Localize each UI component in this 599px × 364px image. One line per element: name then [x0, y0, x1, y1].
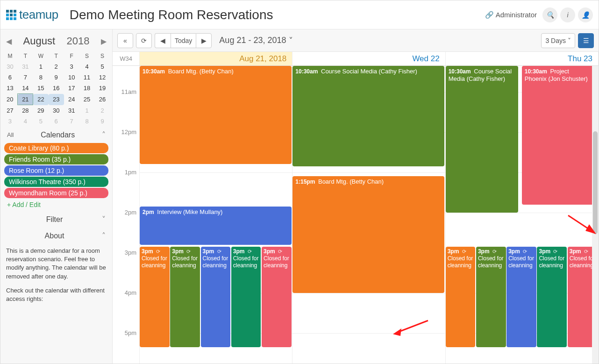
today-button[interactable]: Today: [171, 33, 196, 48]
calendars-header[interactable]: All Calendars ˄: [2, 127, 110, 143]
day-header-0[interactable]: Aug 21, 2018: [140, 52, 292, 65]
mini-day[interactable]: 7: [64, 116, 79, 127]
mini-month[interactable]: August: [23, 35, 56, 47]
scrollbar[interactable]: [592, 66, 599, 364]
mini-day[interactable]: 24: [64, 94, 79, 105]
filter-header[interactable]: Filter ˅: [2, 211, 110, 228]
view-picker[interactable]: 3 Days ˅: [541, 33, 575, 48]
calendar-chip[interactable]: Rose Room (12 p.): [4, 165, 108, 176]
mini-day[interactable]: 17: [64, 83, 79, 94]
date-range-picker[interactable]: Aug 21 - 23, 2018 ˅: [219, 36, 293, 46]
mini-day[interactable]: 23: [49, 94, 64, 105]
mini-day[interactable]: 3: [64, 61, 79, 72]
mini-day[interactable]: 18: [79, 83, 95, 94]
mini-dow: T: [49, 51, 64, 61]
mini-day[interactable]: 16: [49, 83, 64, 94]
event[interactable]: 3pm ⟳ Closed for cleanning: [140, 247, 170, 347]
event[interactable]: 3pm ⟳ Closed for cleanning: [476, 247, 506, 347]
event[interactable]: 3pm ⟳ Closed for cleanning: [170, 247, 200, 347]
day-header-2[interactable]: Thu 23: [446, 52, 599, 65]
calendar-chip[interactable]: Friends Room (35 p.): [4, 154, 108, 164]
mini-day[interactable]: 1: [33, 61, 49, 72]
event[interactable]: 1:15pm Board Mtg. (Betty Chan): [292, 176, 444, 293]
mini-day[interactable]: 29: [33, 105, 49, 116]
event[interactable]: 3pm ⟳ Closed for cleanning: [262, 247, 292, 347]
mini-day[interactable]: 10: [64, 72, 79, 83]
mini-day[interactable]: 6: [2, 72, 18, 83]
menu-button[interactable]: ☰: [578, 33, 594, 48]
event[interactable]: 3pm ⟳ Closed for cleanning: [506, 247, 536, 347]
mini-next[interactable]: ▶: [101, 37, 107, 46]
day-column-1[interactable]: 10:30am Course Social Media (Cathy Fishe…: [292, 66, 445, 364]
mini-day[interactable]: 7: [18, 72, 33, 83]
mini-day[interactable]: 9: [95, 116, 110, 127]
calendar-chip[interactable]: Wilkinson Theatre (350 p.): [4, 177, 108, 187]
mini-day[interactable]: 21: [18, 94, 33, 105]
mini-day[interactable]: 3: [2, 116, 18, 127]
mini-day[interactable]: 19: [95, 83, 110, 94]
about-header[interactable]: About ˄: [2, 228, 110, 244]
search-button[interactable]: 🔍: [542, 7, 557, 22]
event[interactable]: 10:30am Course Social Media (Cathy Fishe…: [446, 66, 518, 213]
event[interactable]: 3pm ⟳ Closed for cleanning: [446, 247, 476, 347]
mini-day[interactable]: 30: [49, 105, 64, 116]
info-button[interactable]: i: [560, 7, 575, 22]
calendar-chip[interactable]: Coate Library (80 p.): [4, 143, 108, 153]
add-edit-link[interactable]: + Add / Edit: [2, 198, 110, 211]
calendar-chip[interactable]: Wymondham Room (25 p.): [4, 188, 108, 198]
refresh-button[interactable]: ⟳: [136, 33, 152, 48]
mini-day[interactable]: 11: [79, 72, 95, 83]
next-range-button[interactable]: ▶: [196, 33, 212, 48]
chevron-down-icon: ˅: [568, 37, 571, 44]
event[interactable]: 10:30am Course Social Media (Cathy Fishe…: [292, 66, 444, 166]
mini-day[interactable]: 31: [64, 105, 79, 116]
logo-icon: [6, 10, 16, 20]
logo[interactable]: teamup: [6, 7, 58, 22]
mini-day[interactable]: 9: [49, 72, 64, 83]
prev-range-button[interactable]: ◀: [155, 33, 171, 48]
mini-year[interactable]: 2018: [67, 35, 90, 47]
mini-day[interactable]: 1: [79, 105, 95, 116]
mini-day[interactable]: 5: [95, 61, 110, 72]
mini-day[interactable]: 2: [95, 105, 110, 116]
toolbar: « ⟳ ◀ Today ▶ Aug 21 - 23, 2018 ˅ 3 Days…: [113, 29, 599, 52]
mini-day[interactable]: 4: [79, 61, 95, 72]
day-column-0[interactable]: 10:30am Board Mtg. (Betty Chan)2pm Inter…: [140, 66, 292, 364]
mini-day[interactable]: 14: [18, 83, 33, 94]
day-header-1[interactable]: Wed 22: [292, 52, 445, 65]
event[interactable]: 3pm ⟳ Closed for cleanning: [231, 247, 261, 347]
mini-day[interactable]: 6: [49, 116, 64, 127]
mini-day[interactable]: 25: [79, 94, 95, 105]
mini-day[interactable]: 22: [33, 94, 49, 105]
mini-day[interactable]: 12: [95, 72, 110, 83]
mini-dow: W: [33, 51, 49, 61]
mini-day[interactable]: 31: [18, 61, 33, 72]
scrollbar-thumb[interactable]: [593, 131, 598, 234]
mini-day[interactable]: 30: [2, 61, 18, 72]
mini-day[interactable]: 20: [2, 94, 18, 105]
user-button[interactable]: 👤: [578, 7, 593, 22]
mini-day[interactable]: 5: [33, 116, 49, 127]
mini-day[interactable]: 4: [18, 116, 33, 127]
day-column-2[interactable]: 10:30am Course Social Media (Cathy Fishe…: [446, 66, 599, 364]
mini-prev[interactable]: ◀: [6, 37, 12, 46]
event[interactable]: 3pm ⟳ Closed for cleanning: [537, 247, 567, 347]
mini-day[interactable]: 27: [2, 105, 18, 116]
mini-day[interactable]: 13: [2, 83, 18, 94]
event[interactable]: 10:30am Board Mtg. (Betty Chan): [140, 66, 292, 164]
mini-day[interactable]: 2: [49, 61, 64, 72]
mini-day[interactable]: 8: [79, 116, 95, 127]
week-label: W34: [113, 52, 140, 65]
mini-cal-nav: ◀ August 2018 ▶: [2, 33, 110, 49]
collapse-button[interactable]: «: [117, 33, 133, 48]
double-chevron-left-icon: «: [123, 37, 127, 44]
event[interactable]: 10:30am Project Phoenix (Jon Schuster): [522, 66, 594, 205]
event[interactable]: 2pm Interview (Mike Mullany): [140, 207, 292, 245]
mini-day[interactable]: 8: [33, 72, 49, 83]
mini-day[interactable]: 26: [95, 94, 110, 105]
mini-day[interactable]: 28: [18, 105, 33, 116]
mini-calendar: MTWTFSS 30311234567891011121314151617181…: [2, 51, 110, 127]
mini-day[interactable]: 15: [33, 83, 49, 94]
event[interactable]: 3pm ⟳ Closed for cleanning: [201, 247, 231, 347]
admin-link[interactable]: 🔗 Administrator: [485, 11, 537, 19]
